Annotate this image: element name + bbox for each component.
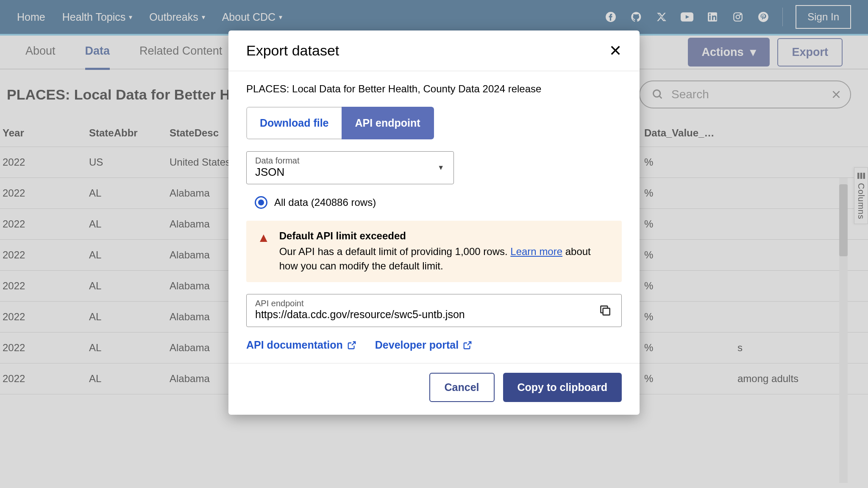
tab-api-endpoint[interactable]: API endpoint xyxy=(342,107,434,139)
dropdown-arrow-icon: ▼ xyxy=(437,164,444,172)
dev-portal-link[interactable]: Developer portal xyxy=(375,339,472,351)
modal-subtitle: PLACES: Local Data for Better Health, Co… xyxy=(246,83,622,95)
export-tabs: Download file API endpoint xyxy=(246,107,434,139)
export-modal: Export dataset ✕ PLACES: Local Data for … xyxy=(228,30,640,415)
data-format-select[interactable]: Data format JSON ▼ xyxy=(246,151,454,184)
learn-more-link[interactable]: Learn more xyxy=(510,246,562,257)
api-value: https://data.cdc.gov/resource/swc5-untb.… xyxy=(255,308,613,321)
modal-title: Export dataset xyxy=(246,42,339,59)
tab-download-file[interactable]: Download file xyxy=(246,107,342,139)
warning-title: Default API limit exceeded xyxy=(279,230,611,242)
modal-backdrop: Export dataset ✕ PLACES: Local Data for … xyxy=(0,0,868,488)
warning-box: ▲ Default API limit exceeded Our API has… xyxy=(246,221,622,282)
format-value: JSON xyxy=(255,166,445,179)
svg-rect-16 xyxy=(603,308,610,315)
warning-body: Our API has a default limit of providing… xyxy=(279,244,611,273)
api-docs-link[interactable]: API documentation xyxy=(246,339,356,351)
copy-clipboard-button[interactable]: Copy to clipboard xyxy=(503,373,622,402)
radio-all-label: All data (240886 rows) xyxy=(274,197,376,208)
external-link-icon xyxy=(463,341,472,350)
api-label: API endpoint xyxy=(255,299,613,308)
cancel-button[interactable]: Cancel xyxy=(429,373,495,402)
radio-all-data[interactable] xyxy=(255,196,267,209)
warning-icon: ▲ xyxy=(257,230,270,273)
external-link-icon xyxy=(347,341,356,350)
copy-icon[interactable] xyxy=(598,304,612,317)
close-icon[interactable]: ✕ xyxy=(609,43,622,58)
format-label: Data format xyxy=(255,156,445,166)
api-endpoint-box: API endpoint https://data.cdc.gov/resour… xyxy=(246,294,622,327)
